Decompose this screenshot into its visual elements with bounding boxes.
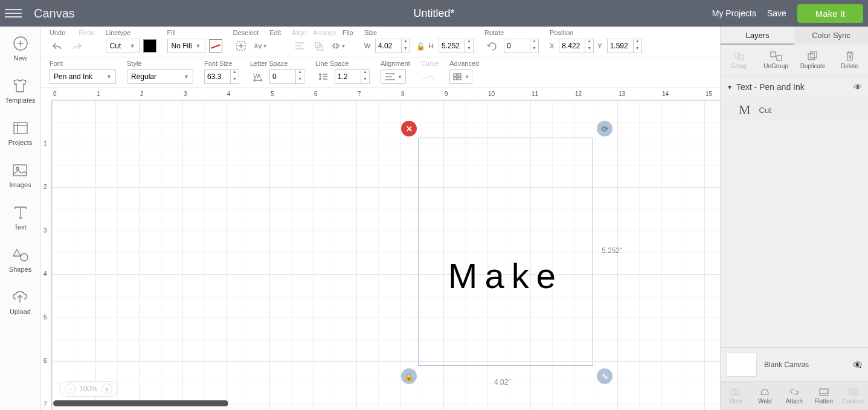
svg-point-32 [730,389,736,395]
alignment-button[interactable]: ▼ [381,69,406,84]
linespace-input[interactable]: ▲▼ [335,69,370,84]
redo-button[interactable] [69,39,85,53]
linetype-dropdown[interactable]: Cut▼ [106,39,140,53]
curve-label: Curve [421,60,439,67]
fill-swatch[interactable] [209,39,222,53]
letterspace-input[interactable]: ▲▼ [269,69,304,84]
visibility-icon[interactable]: 👁 [854,82,862,92]
sidebar-item-templates[interactable]: Templates [5,77,35,104]
sidebar-item-label: Shapes [9,266,31,273]
canvas-area[interactable]: 0123456789101112131415 1234567 Make Toda… [41,89,720,410]
flip-button[interactable]: ▼ [330,39,346,53]
width-input[interactable]: ▲▼ [375,39,410,53]
vertical-ruler: 1234567 [41,100,52,410]
position-y-input[interactable]: ▲▼ [607,39,642,53]
contour-button: Contour [838,382,868,410]
shapes-icon [11,246,30,263]
layer-row[interactable]: ▼ Text - Pen and Ink 👁 [721,76,868,98]
lock-handle-icon[interactable]: 🔒 [401,368,417,384]
svg-rect-24 [454,77,457,80]
align-label: Align [292,29,306,36]
sidebar-item-label: Templates [5,97,35,104]
svg-point-7 [16,167,19,170]
blank-canvas-row[interactable]: Blank Canvas 👁‍🗨 [721,347,868,381]
upload-icon [10,289,30,306]
sidebar-item-new[interactable]: New [11,35,30,62]
sidebar-item-upload[interactable]: Upload [10,289,31,315]
canvas-grid[interactable] [52,100,720,410]
sublayer-label: Cut [759,106,771,115]
tab-layers[interactable]: Layers [721,27,794,45]
zoom-out-button[interactable]: − [65,383,76,394]
tshirt-icon [10,77,30,94]
redo-label: Redo [79,29,94,36]
blank-swatch [727,353,757,377]
sidebar-item-projects[interactable]: Projects [8,120,33,146]
save-button[interactable]: Save [767,8,786,18]
canvas-text-object[interactable]: Make Today Awesome [419,144,593,410]
collapse-icon[interactable]: ▼ [727,84,733,91]
sidebar-item-images[interactable]: Images [9,162,31,188]
position-label: Position [550,29,642,36]
horizontal-scrollbar[interactable] [53,400,228,406]
selection-box[interactable]: Make Today Awesome [418,138,593,366]
sidebar-item-label: New [13,54,27,62]
edit-button[interactable]: ▼ [252,39,268,53]
rotate-handle-icon[interactable]: ⟳ [597,121,612,136]
linetype-swatch[interactable] [143,39,156,53]
sublayer-row[interactable]: M Cut [721,98,868,122]
position-x-input[interactable]: ▲▼ [559,39,594,53]
zoom-in-button[interactable]: + [101,383,112,394]
document-title[interactable]: Untitled* [413,7,454,20]
arrange-button [311,39,327,53]
duplicate-button[interactable]: Duplicate [794,45,831,75]
edit-label: Edit [269,29,281,36]
svg-rect-22 [454,74,457,76]
sidebar-item-text[interactable]: Text [11,204,30,231]
tab-colorsync[interactable]: Color Sync [794,27,868,45]
delete-handle-icon[interactable]: ✕ [401,121,417,136]
deselect-button[interactable] [233,39,249,53]
style-dropdown[interactable]: Regular▼ [127,69,193,84]
height-input[interactable]: ▲▼ [439,39,474,53]
make-it-button[interactable]: Make It [797,4,863,23]
lock-aspect-icon[interactable]: 🔓 [416,42,425,51]
ungroup-button[interactable]: UnGroup [757,45,794,75]
height-prefix: H [429,42,434,50]
svg-rect-3 [14,123,27,133]
zoom-control[interactable]: − 100% + [59,381,118,397]
my-projects-link[interactable]: My Projects [712,8,756,18]
toolbar-row-1: UndoRedo Linetype Cut▼ Fill No Fill▼ Des… [41,27,720,57]
projects-icon [11,120,30,136]
rotate-input[interactable]: ▲▼ [504,39,539,53]
sidebar-item-shapes[interactable]: Shapes [9,246,31,273]
style-label: Style [127,60,193,67]
svg-text:VA: VA [253,73,261,80]
advanced-button[interactable]: ▼ [449,69,472,84]
slice-button: Slice [721,382,750,410]
svg-rect-29 [777,56,782,60]
weld-button[interactable]: Weld [750,382,780,410]
svg-rect-25 [458,77,461,80]
undo-label: Undo [50,29,65,36]
fill-label: Fill [167,29,222,36]
visibility-off-icon[interactable]: 👁‍🗨 [853,360,862,369]
deselect-label: Deselect [233,29,259,36]
resize-handle-icon[interactable]: ⤡ [597,368,612,384]
toolbar-area: UndoRedo Linetype Cut▼ Fill No Fill▼ Des… [41,27,720,88]
sidebar-item-label: Upload [10,308,31,315]
arrange-label: Arrange [313,29,336,36]
undo-button[interactable] [50,39,65,53]
font-dropdown[interactable]: Pen and Ink▼ [50,69,116,84]
fill-dropdown[interactable]: No Fill▼ [167,39,205,53]
fontsize-input[interactable]: ▲▼ [204,69,239,84]
rotate-icon [484,39,500,53]
svg-point-33 [734,389,740,395]
font-label: Font [50,60,116,67]
hamburger-menu-icon[interactable] [5,5,22,22]
svg-rect-37 [852,391,855,393]
flatten-button[interactable]: Flatten [809,382,838,410]
delete-button[interactable]: Delete [831,45,868,75]
y-prefix: Y [597,42,602,50]
attach-button[interactable]: Attach [780,382,809,410]
